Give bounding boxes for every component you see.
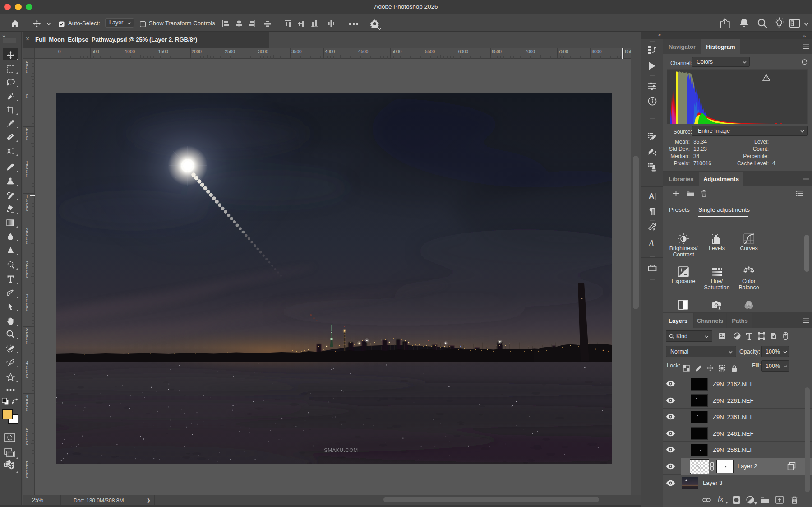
svg-text:A: A [648, 239, 654, 248]
svg-text:A: A [649, 192, 654, 200]
svg-text:SMAKU.COM: SMAKU.COM [324, 447, 358, 453]
